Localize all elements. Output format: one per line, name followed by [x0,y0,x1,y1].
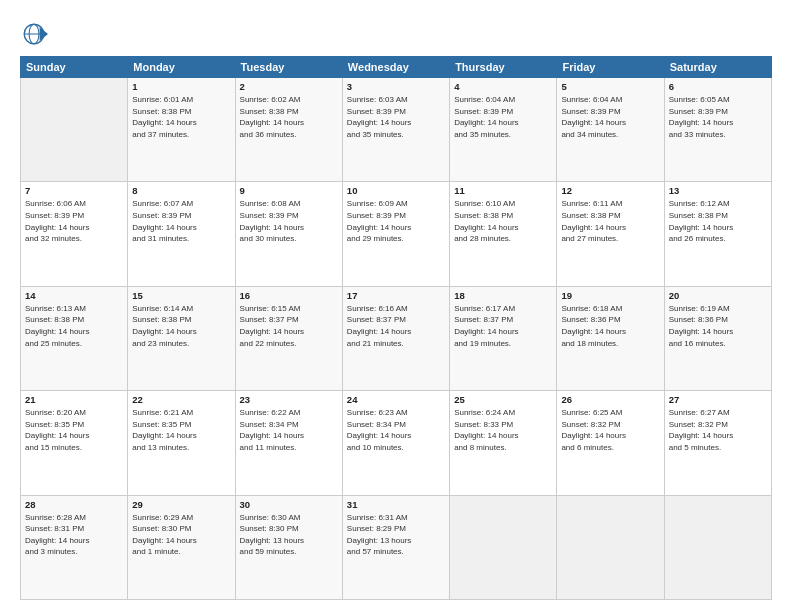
calendar-cell: 9Sunrise: 6:08 AMSunset: 8:39 PMDaylight… [235,182,342,286]
header-cell: Sunday [21,57,128,78]
day-info: Sunrise: 6:14 AMSunset: 8:38 PMDaylight:… [132,303,230,349]
day-info: Sunrise: 6:29 AMSunset: 8:30 PMDaylight:… [132,512,230,558]
day-number: 4 [454,81,552,92]
day-number: 2 [240,81,338,92]
header-cell: Wednesday [342,57,449,78]
header-cell: Friday [557,57,664,78]
week-row: 1Sunrise: 6:01 AMSunset: 8:38 PMDaylight… [21,78,772,182]
calendar-cell: 31Sunrise: 6:31 AMSunset: 8:29 PMDayligh… [342,495,449,599]
page: SundayMondayTuesdayWednesdayThursdayFrid… [0,0,792,612]
day-info: Sunrise: 6:15 AMSunset: 8:37 PMDaylight:… [240,303,338,349]
calendar-cell: 8Sunrise: 6:07 AMSunset: 8:39 PMDaylight… [128,182,235,286]
day-number: 27 [669,394,767,405]
calendar-cell: 10Sunrise: 6:09 AMSunset: 8:39 PMDayligh… [342,182,449,286]
day-number: 1 [132,81,230,92]
calendar-cell: 25Sunrise: 6:24 AMSunset: 8:33 PMDayligh… [450,391,557,495]
day-info: Sunrise: 6:01 AMSunset: 8:38 PMDaylight:… [132,94,230,140]
day-info: Sunrise: 6:07 AMSunset: 8:39 PMDaylight:… [132,198,230,244]
calendar-cell: 22Sunrise: 6:21 AMSunset: 8:35 PMDayligh… [128,391,235,495]
day-number: 17 [347,290,445,301]
calendar-cell: 27Sunrise: 6:27 AMSunset: 8:32 PMDayligh… [664,391,771,495]
day-info: Sunrise: 6:09 AMSunset: 8:39 PMDaylight:… [347,198,445,244]
day-info: Sunrise: 6:18 AMSunset: 8:36 PMDaylight:… [561,303,659,349]
header-row: SundayMondayTuesdayWednesdayThursdayFrid… [21,57,772,78]
calendar-cell: 26Sunrise: 6:25 AMSunset: 8:32 PMDayligh… [557,391,664,495]
day-info: Sunrise: 6:31 AMSunset: 8:29 PMDaylight:… [347,512,445,558]
calendar-cell [557,495,664,599]
calendar-cell: 3Sunrise: 6:03 AMSunset: 8:39 PMDaylight… [342,78,449,182]
day-info: Sunrise: 6:12 AMSunset: 8:38 PMDaylight:… [669,198,767,244]
day-number: 24 [347,394,445,405]
day-number: 13 [669,185,767,196]
day-number: 10 [347,185,445,196]
day-number: 15 [132,290,230,301]
day-info: Sunrise: 6:24 AMSunset: 8:33 PMDaylight:… [454,407,552,453]
calendar-cell: 7Sunrise: 6:06 AMSunset: 8:39 PMDaylight… [21,182,128,286]
calendar-cell [664,495,771,599]
day-info: Sunrise: 6:30 AMSunset: 8:30 PMDaylight:… [240,512,338,558]
day-info: Sunrise: 6:05 AMSunset: 8:39 PMDaylight:… [669,94,767,140]
calendar-cell: 1Sunrise: 6:01 AMSunset: 8:38 PMDaylight… [128,78,235,182]
header-cell: Thursday [450,57,557,78]
calendar-cell: 23Sunrise: 6:22 AMSunset: 8:34 PMDayligh… [235,391,342,495]
calendar-cell: 28Sunrise: 6:28 AMSunset: 8:31 PMDayligh… [21,495,128,599]
day-number: 6 [669,81,767,92]
logo [20,20,52,48]
calendar-cell: 24Sunrise: 6:23 AMSunset: 8:34 PMDayligh… [342,391,449,495]
calendar-cell [450,495,557,599]
day-info: Sunrise: 6:20 AMSunset: 8:35 PMDaylight:… [25,407,123,453]
calendar-cell: 21Sunrise: 6:20 AMSunset: 8:35 PMDayligh… [21,391,128,495]
week-row: 21Sunrise: 6:20 AMSunset: 8:35 PMDayligh… [21,391,772,495]
day-info: Sunrise: 6:04 AMSunset: 8:39 PMDaylight:… [454,94,552,140]
day-info: Sunrise: 6:10 AMSunset: 8:38 PMDaylight:… [454,198,552,244]
day-number: 7 [25,185,123,196]
header-cell: Tuesday [235,57,342,78]
calendar-cell: 6Sunrise: 6:05 AMSunset: 8:39 PMDaylight… [664,78,771,182]
day-number: 18 [454,290,552,301]
calendar-cell: 17Sunrise: 6:16 AMSunset: 8:37 PMDayligh… [342,286,449,390]
header-cell: Monday [128,57,235,78]
day-info: Sunrise: 6:21 AMSunset: 8:35 PMDaylight:… [132,407,230,453]
day-number: 9 [240,185,338,196]
calendar-cell: 5Sunrise: 6:04 AMSunset: 8:39 PMDaylight… [557,78,664,182]
calendar-cell: 20Sunrise: 6:19 AMSunset: 8:36 PMDayligh… [664,286,771,390]
day-info: Sunrise: 6:17 AMSunset: 8:37 PMDaylight:… [454,303,552,349]
calendar-cell: 30Sunrise: 6:30 AMSunset: 8:30 PMDayligh… [235,495,342,599]
calendar-cell: 11Sunrise: 6:10 AMSunset: 8:38 PMDayligh… [450,182,557,286]
calendar-cell: 12Sunrise: 6:11 AMSunset: 8:38 PMDayligh… [557,182,664,286]
day-number: 20 [669,290,767,301]
day-info: Sunrise: 6:22 AMSunset: 8:34 PMDaylight:… [240,407,338,453]
day-info: Sunrise: 6:03 AMSunset: 8:39 PMDaylight:… [347,94,445,140]
day-number: 14 [25,290,123,301]
calendar-table: SundayMondayTuesdayWednesdayThursdayFrid… [20,56,772,600]
calendar-cell: 15Sunrise: 6:14 AMSunset: 8:38 PMDayligh… [128,286,235,390]
day-info: Sunrise: 6:11 AMSunset: 8:38 PMDaylight:… [561,198,659,244]
calendar-cell: 19Sunrise: 6:18 AMSunset: 8:36 PMDayligh… [557,286,664,390]
day-number: 11 [454,185,552,196]
day-number: 28 [25,499,123,510]
calendar-cell: 13Sunrise: 6:12 AMSunset: 8:38 PMDayligh… [664,182,771,286]
day-number: 5 [561,81,659,92]
calendar-cell: 16Sunrise: 6:15 AMSunset: 8:37 PMDayligh… [235,286,342,390]
week-row: 7Sunrise: 6:06 AMSunset: 8:39 PMDaylight… [21,182,772,286]
day-info: Sunrise: 6:13 AMSunset: 8:38 PMDaylight:… [25,303,123,349]
day-info: Sunrise: 6:19 AMSunset: 8:36 PMDaylight:… [669,303,767,349]
day-number: 22 [132,394,230,405]
day-number: 21 [25,394,123,405]
calendar-cell: 2Sunrise: 6:02 AMSunset: 8:38 PMDaylight… [235,78,342,182]
calendar-cell: 18Sunrise: 6:17 AMSunset: 8:37 PMDayligh… [450,286,557,390]
day-info: Sunrise: 6:25 AMSunset: 8:32 PMDaylight:… [561,407,659,453]
header [20,16,772,48]
week-row: 14Sunrise: 6:13 AMSunset: 8:38 PMDayligh… [21,286,772,390]
day-number: 29 [132,499,230,510]
calendar-cell: 29Sunrise: 6:29 AMSunset: 8:30 PMDayligh… [128,495,235,599]
day-info: Sunrise: 6:02 AMSunset: 8:38 PMDaylight:… [240,94,338,140]
logo-icon [20,20,48,48]
day-number: 23 [240,394,338,405]
day-info: Sunrise: 6:16 AMSunset: 8:37 PMDaylight:… [347,303,445,349]
day-number: 12 [561,185,659,196]
day-number: 30 [240,499,338,510]
day-number: 26 [561,394,659,405]
calendar-cell: 14Sunrise: 6:13 AMSunset: 8:38 PMDayligh… [21,286,128,390]
day-number: 3 [347,81,445,92]
